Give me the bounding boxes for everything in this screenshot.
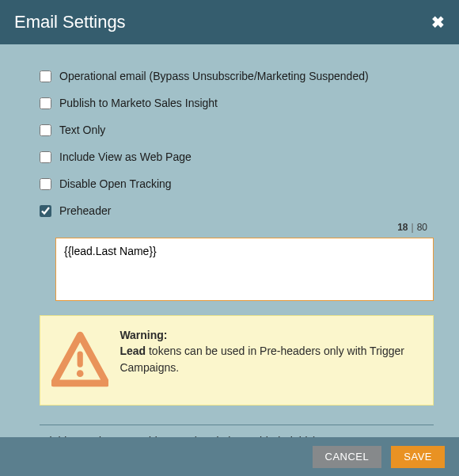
option-view-as-web-page[interactable]: Include View as Web Page [40, 150, 434, 163]
scroll-area[interactable]: Operational email (Bypass Unsubscribe/Ma… [0, 44, 459, 437]
warning-icon [51, 327, 108, 394]
close-icon[interactable]: ✖ [431, 14, 445, 30]
warning-panel: Warning: Lead tokens can be used in Pre-… [40, 315, 434, 406]
save-button[interactable]: SAVE [391, 446, 445, 468]
checkbox-publish-sales-insight[interactable] [40, 97, 51, 109]
dialog-title: Email Settings [14, 12, 126, 32]
warning-text: Warning: Lead tokens can be used in Pre-… [119, 327, 419, 375]
checkbox-disable-open-tracking[interactable] [40, 178, 51, 190]
option-label: Text Only [59, 124, 105, 136]
warning-heading: Warning: [119, 329, 167, 341]
char-count: 18 [397, 222, 408, 233]
preheader-char-counter: 18 | 80 [40, 222, 427, 233]
dialog-footer: CANCEL SAVE [0, 437, 459, 476]
option-label: Preheader [59, 204, 111, 217]
dialog-body: Operational email (Bypass Unsubscribe/Ma… [0, 44, 459, 437]
option-text-only[interactable]: Text Only [40, 124, 434, 136]
option-operational-email[interactable]: Operational email (Bypass Unsubscribe/Ma… [40, 70, 434, 82]
email-settings-dialog: Email Settings ✖ Operational email (Bypa… [0, 0, 459, 476]
preheader-input[interactable] [55, 238, 434, 301]
checkbox-preheader[interactable] [40, 205, 51, 217]
warning-token: Lead [119, 345, 146, 357]
checkbox-view-as-web-page[interactable] [40, 151, 51, 163]
svg-point-2 [77, 370, 84, 377]
checkbox-operational-email[interactable] [40, 70, 51, 82]
char-max: 80 [417, 222, 427, 233]
checkbox-text-only[interactable] [40, 124, 51, 136]
option-preheader[interactable]: Preheader [40, 204, 434, 217]
option-publish-sales-insight[interactable]: Publish to Marketo Sales Insight [40, 97, 434, 109]
option-label: Include View as Web Page [59, 150, 192, 163]
option-label: Publish to Marketo Sales Insight [59, 97, 218, 109]
svg-rect-1 [78, 351, 83, 367]
section-divider [40, 425, 434, 425]
option-disable-open-tracking[interactable]: Disable Open Tracking [40, 177, 434, 190]
char-count-sep: | [412, 222, 414, 233]
option-label: Operational email (Bypass Unsubscribe/Ma… [59, 70, 369, 82]
warning-rest: tokens can be used in Pre-headers only w… [119, 345, 404, 373]
cancel-button[interactable]: CANCEL [313, 446, 382, 468]
dialog-titlebar: Email Settings ✖ [0, 0, 459, 44]
option-label: Disable Open Tracking [59, 177, 172, 190]
